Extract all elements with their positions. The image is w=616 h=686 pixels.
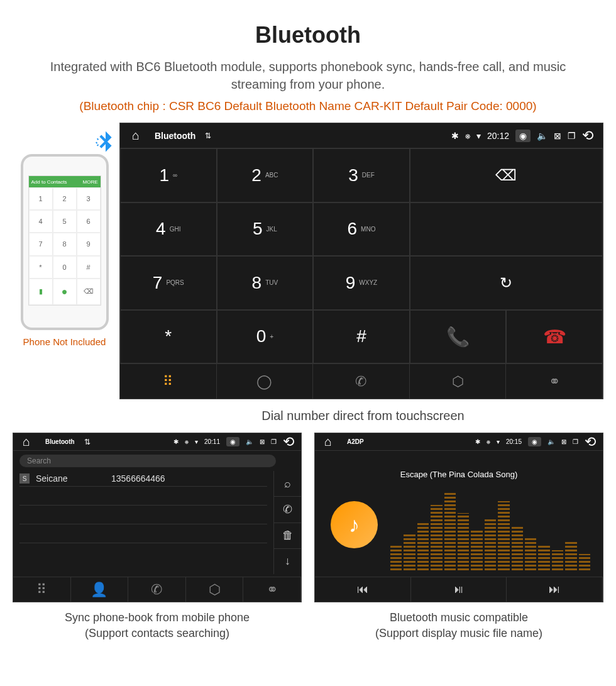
back-icon[interactable]: ⟲ [283,434,294,450]
tab-bluetooth[interactable]: ⬡ [410,364,507,399]
keypad-icon: ⠿ [163,373,173,390]
recent-apps-icon[interactable]: ❐ [568,131,576,141]
usb-icon: ⇅ [84,438,91,446]
recent-apps-icon[interactable]: ❐ [271,438,277,445]
home-icon[interactable]: ⌂ [319,434,338,449]
contact-row[interactable]: S Seicane 13566664466 [19,471,267,487]
phone-key: 6 [77,210,101,233]
dialer-device: ⌂ Bluetooth ⇅ ✱ ⎈ ▾ 20:12 ◉ 🔈 ⊠ ❐ ⟲ 1∞ 2… [119,123,603,399]
contact-row-empty [19,487,267,506]
phone-key: # [77,256,101,279]
key-4[interactable]: 4GHI [120,202,217,257]
tab-pair[interactable]: ⚭ [243,577,301,602]
tab-bar: ⠿ ◯ ✆ ⬡ ⚭ [120,363,603,399]
phone-header-left: Add to Contacts [31,179,67,185]
home-icon[interactable]: ⌂ [17,434,36,449]
key-hash[interactable]: # [313,310,410,364]
status-bar: ⌂ A2DP ✱ ⎈ ▾ 20:15 ◉ 🔈 ⊠ ❐ ⟲ [315,433,603,451]
close-icon[interactable]: ⊠ [561,438,566,445]
wifi-icon: ▾ [195,438,198,445]
contacts-caption-sub: (Support contacts searching) [13,626,302,641]
contact-badge: S [19,473,30,484]
tab-keypad[interactable]: ⠿ [120,364,217,399]
clock: 20:15 [506,438,522,445]
volume-icon[interactable]: 🔈 [537,131,547,141]
screenshot-icon[interactable]: ◉ [515,130,531,142]
back-icon[interactable]: ⟲ [582,128,593,144]
call-icon: ● [53,279,77,305]
music-caption-sub: (Support display music file name) [314,626,603,641]
key-9[interactable]: 9WXYZ [313,256,410,310]
phone-key: 8 [53,233,77,255]
page-specs: (Bluetooth chip : CSR BC6 Default Blueto… [0,96,616,123]
screenshot-icon[interactable]: ◉ [226,437,239,446]
close-icon[interactable]: ⊠ [260,438,265,445]
person-icon: ◯ [256,373,272,390]
search-icon[interactable]: ⌕ [273,471,301,497]
tab-contacts[interactable]: ◯ [217,364,314,399]
phone-key: 4 [29,210,53,233]
contact-row-empty [19,524,267,543]
visualizer [390,489,590,570]
home-icon[interactable]: ⌂ [126,128,145,143]
link-icon: ⚭ [267,582,278,598]
contact-row-empty [19,543,267,562]
bluetooth-status-icon: ✱ [451,131,459,141]
phone-header-right: MORE [83,179,98,185]
tab-keypad[interactable]: ⠿ [13,577,71,602]
wifi-icon: ▾ [497,438,500,445]
status-title: Bluetooth [155,131,195,141]
next-button[interactable]: ⏭ [507,577,603,602]
phone-key: 7 [29,233,53,255]
location-icon: ⎈ [487,438,490,445]
key-3[interactable]: 3DEF [313,148,410,202]
status-title: Bluetooth [45,438,75,445]
music-controls: ⏮ ⏯ ⏭ [315,577,603,602]
search-input[interactable]: Search [19,455,276,467]
key-star[interactable]: * [120,310,217,364]
delete-icon[interactable]: 🗑 [273,523,301,549]
track-title: Escape (The Pina Colada Song) [315,451,603,485]
prev-button[interactable]: ⏮ [315,577,411,602]
volume-icon[interactable]: 🔈 [547,438,555,445]
status-title: A2DP [347,438,364,445]
key-6[interactable]: 6MNO [313,202,410,257]
close-icon[interactable]: ⊠ [554,131,561,141]
tab-calls[interactable]: ✆ [313,364,410,399]
key-5[interactable]: 5JKL [217,202,314,257]
tab-bar: ⠿ 👤 ✆ ⬡ ⚭ [13,577,301,602]
volume-icon[interactable]: 🔈 [246,438,253,445]
back-icon[interactable]: ⟲ [585,434,596,450]
contacts-device: ⌂ Bluetooth ⇅ ✱ ⎈ ▾ 20:11 ◉ 🔈 ⊠ ❐ ⟲ Sear… [13,433,302,602]
video-call-icon: ▮ [29,279,53,305]
tab-calls[interactable]: ✆ [128,577,186,602]
contact-row-empty [19,506,267,524]
redial-button[interactable]: ↻ [410,256,603,310]
sync-icon[interactable]: ↓ [273,549,301,574]
key-1[interactable]: 1∞ [120,148,217,202]
play-pause-button[interactable]: ⏯ [411,577,507,602]
phone-icon: ✆ [151,582,162,598]
call-button[interactable]: 📞 [410,310,507,364]
call-contact-icon[interactable]: ✆ [273,497,301,523]
tab-contacts[interactable]: 👤 [71,577,129,602]
page-description: Integrated with BC6 Bluetooth module, su… [0,48,616,96]
location-icon: ⎈ [465,131,470,141]
album-art-icon: ♪ [331,501,378,548]
phone-not-included-label: Phone Not Included [9,336,119,347]
phone-key: 5 [53,210,77,233]
screenshot-icon[interactable]: ◉ [528,437,541,446]
empty-cell [410,202,603,257]
phone-mockup: Add to Contacts MORE 1 2 3 4 5 6 7 8 9 *… [21,154,109,330]
hangup-button[interactable]: ☎ [506,310,603,364]
tab-bluetooth[interactable]: ⬡ [186,577,244,602]
tab-pair[interactable]: ⚭ [506,364,603,399]
backspace-button[interactable]: ⌫ [410,148,603,202]
key-7[interactable]: 7PQRS [120,256,217,310]
recent-apps-icon[interactable]: ❐ [573,438,578,445]
key-8[interactable]: 8TUV [217,256,314,310]
music-caption: Bluetooth music compatible [314,610,603,626]
phone-key: * [29,256,53,279]
key-2[interactable]: 2ABC [217,148,314,202]
key-0[interactable]: 0+ [217,310,314,364]
